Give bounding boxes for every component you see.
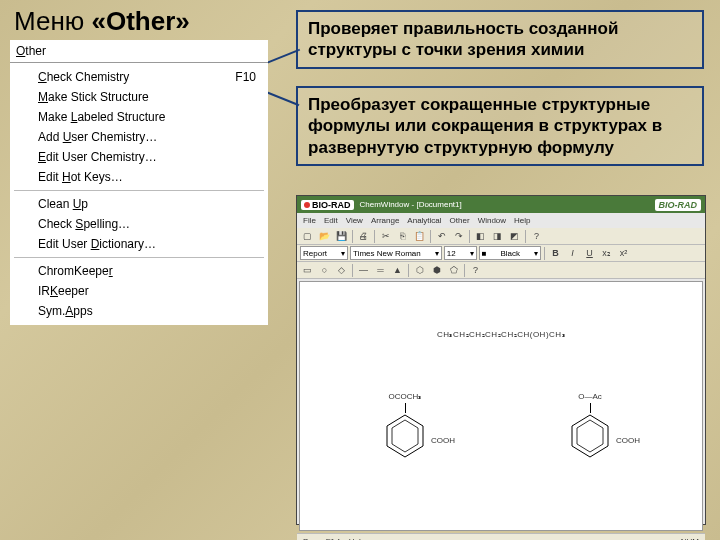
toolbar-separator <box>352 264 353 277</box>
menu-item[interactable]: Make Stick Structure <box>10 87 268 107</box>
help-icon[interactable]: ? <box>529 229 544 243</box>
new-icon[interactable]: ▢ <box>300 229 315 243</box>
save-icon[interactable]: 💾 <box>334 229 349 243</box>
menubar-item[interactable]: Other <box>450 216 470 225</box>
chemwindow-app: BIO-RAD ChemWindow - [Document1] BIO-RAD… <box>296 195 706 525</box>
style-value: Report <box>303 249 327 258</box>
menubar-item[interactable]: Window <box>478 216 506 225</box>
menu-item-label: Clean Up <box>38 197 88 211</box>
molecule-left: OCOCH₃ COOH <box>345 392 465 459</box>
undo-icon[interactable]: ↶ <box>434 229 449 243</box>
toolbar-1: ▢ 📂 💾 🖨 ✂ ⎘ 📋 ↶ ↷ ◧ ◨ ◩ ? <box>297 228 705 245</box>
size-select[interactable]: 12▾ <box>444 246 477 260</box>
title-main: «Other» <box>92 6 190 36</box>
sup-icon[interactable]: x² <box>616 246 631 260</box>
tool-icon[interactable]: ⬠ <box>446 263 461 277</box>
menubar-item[interactable]: Analytical <box>407 216 441 225</box>
redo-icon[interactable]: ↷ <box>451 229 466 243</box>
underline-icon[interactable]: U <box>582 246 597 260</box>
toolbar-2: Report▾ Times New Roman▾ 12▾ ■Black▾ B I… <box>297 245 705 262</box>
paste-icon[interactable]: 📋 <box>412 229 427 243</box>
tool-icon[interactable]: ◨ <box>490 229 505 243</box>
menu-header[interactable]: Other <box>10 40 268 63</box>
toolbar-3: ▭ ○ ◇ — ═ ▲ ⬡ ⬢ ⬠ ? <box>297 262 705 279</box>
menu-body: Check ChemistryF10Make Stick StructureMa… <box>10 63 268 325</box>
bond-line <box>405 403 406 413</box>
help-icon[interactable]: ? <box>468 263 483 277</box>
callout-make-stick: Преобразует сокращенные структурные форм… <box>296 86 704 166</box>
menu-item[interactable]: Check Spelling… <box>10 214 268 234</box>
menu-separator <box>14 257 264 258</box>
menu-item-label: Make Labeled Structure <box>38 110 165 124</box>
menu-header-u: O <box>16 44 25 58</box>
style-select[interactable]: Report▾ <box>300 246 348 260</box>
print-icon[interactable]: 🖨 <box>356 229 371 243</box>
brand-dot-icon <box>304 202 310 208</box>
menu-item[interactable]: Edit User Dictionary… <box>10 234 268 254</box>
menu-item-label: ChromKeeper <box>38 264 113 278</box>
menubar-item[interactable]: Arrange <box>371 216 399 225</box>
cut-icon[interactable]: ✂ <box>378 229 393 243</box>
font-value: Times New Roman <box>353 249 421 258</box>
chem-formula: CH₃CH₂CH₂CH₂CH₂CH(OH)CH₃ <box>300 330 702 339</box>
molecule-right: O—Ac COOH <box>530 392 650 459</box>
statusbar: Press F1 for Help NUM <box>297 533 705 540</box>
brand-right: BIO-RAD <box>655 199 702 211</box>
other-menu: Other Check ChemistryF10Make Stick Struc… <box>10 40 268 325</box>
menu-item-label: Sym.Apps <box>38 304 93 318</box>
benzene-ring-icon <box>383 413 427 459</box>
draw-icon[interactable]: ◇ <box>334 263 349 277</box>
callout-check-chemistry: Проверяет правильность созданной структу… <box>296 10 704 69</box>
menu-item[interactable]: Check ChemistryF10 <box>10 67 268 87</box>
menu-item-label: Add User Chemistry… <box>38 130 157 144</box>
toolbar-separator <box>525 230 526 243</box>
menu-item[interactable]: Edit User Chemistry… <box>10 147 268 167</box>
menu-item[interactable]: IRKeeper <box>10 281 268 301</box>
menu-item[interactable]: Add User Chemistry… <box>10 127 268 147</box>
menu-item-label: Make Stick Structure <box>38 90 149 104</box>
draw-icon[interactable]: ▲ <box>390 263 405 277</box>
menu-item[interactable]: Edit Hot Keys… <box>10 167 268 187</box>
menubar: FileEditViewArrangeAnalyticalOtherWindow… <box>297 213 705 228</box>
toolbar-separator <box>469 230 470 243</box>
drawing-canvas[interactable]: CH₃CH₂CH₂CH₂CH₂CH(OH)CH₃ OCOCH₃ COOH O—A… <box>299 281 703 531</box>
menu-item[interactable]: Make Labeled Structure <box>10 107 268 127</box>
open-icon[interactable]: 📂 <box>317 229 332 243</box>
menu-item-shortcut: F10 <box>235 70 256 84</box>
toolbar-separator <box>464 264 465 277</box>
menu-header-text: ther <box>25 44 46 58</box>
menubar-item[interactable]: Help <box>514 216 530 225</box>
draw-icon[interactable]: — <box>356 263 371 277</box>
draw-icon[interactable]: ═ <box>373 263 388 277</box>
toolbar-separator <box>374 230 375 243</box>
menu-item-label: IRKeeper <box>38 284 89 298</box>
toolbar-separator <box>408 264 409 277</box>
draw-icon[interactable]: ○ <box>317 263 332 277</box>
menu-separator <box>14 190 264 191</box>
menu-item-label: Check Chemistry <box>38 70 129 84</box>
brand-text: BIO-RAD <box>312 200 351 210</box>
bold-icon[interactable]: B <box>548 246 563 260</box>
label-top: O—Ac <box>530 392 650 401</box>
menubar-item[interactable]: File <box>303 216 316 225</box>
tool-icon[interactable]: ⬡ <box>412 263 427 277</box>
menu-item[interactable]: Clean Up <box>10 194 268 214</box>
copy-icon[interactable]: ⎘ <box>395 229 410 243</box>
draw-icon[interactable]: ▭ <box>300 263 315 277</box>
bond-line <box>590 403 591 413</box>
tool-icon[interactable]: ◧ <box>473 229 488 243</box>
menu-item[interactable]: ChromKeeper <box>10 261 268 281</box>
toolbar-separator <box>430 230 431 243</box>
color-select[interactable]: ■Black▾ <box>479 246 541 260</box>
label-side: COOH <box>431 436 455 445</box>
italic-icon[interactable]: I <box>565 246 580 260</box>
menubar-item[interactable]: View <box>346 216 363 225</box>
menu-item-label: Edit User Dictionary… <box>38 237 156 251</box>
menubar-item[interactable]: Edit <box>324 216 338 225</box>
menu-item[interactable]: Sym.Apps <box>10 301 268 321</box>
tool-icon[interactable]: ◩ <box>507 229 522 243</box>
font-select[interactable]: Times New Roman▾ <box>350 246 442 260</box>
tool-icon[interactable]: ⬢ <box>429 263 444 277</box>
menu-item-label: Edit User Chemistry… <box>38 150 157 164</box>
sub-icon[interactable]: x₂ <box>599 246 614 260</box>
